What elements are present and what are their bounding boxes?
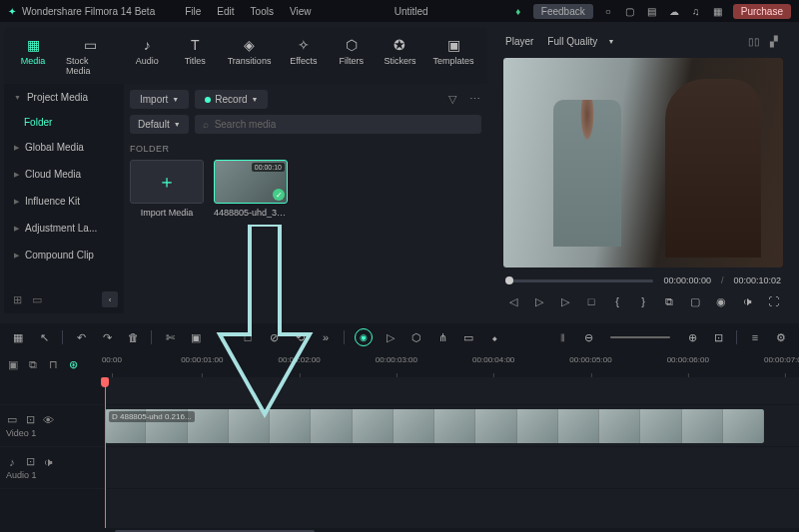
tab-effects[interactable]: ✧Effects: [281, 32, 327, 80]
save-icon[interactable]: ▤: [645, 4, 659, 18]
mic-icon[interactable]: ⋔: [434, 329, 450, 345]
tab-media[interactable]: ▦Media: [10, 32, 56, 80]
tab-audio[interactable]: ♪Audio: [124, 32, 170, 80]
camera-icon[interactable]: ◉: [713, 293, 729, 309]
filter-icon[interactable]: ▽: [445, 93, 459, 107]
mute-icon[interactable]: 🕩: [42, 456, 54, 468]
ai-play-icon[interactable]: ▷: [383, 329, 399, 345]
gift-icon[interactable]: ♦: [511, 4, 525, 18]
lock-icon[interactable]: ⊡: [24, 456, 36, 468]
pointer-icon[interactable]: ↖: [36, 329, 52, 345]
cloud-icon[interactable]: ☁: [667, 4, 681, 18]
tab-templates[interactable]: ▣Templates: [425, 32, 481, 80]
import-dropdown[interactable]: Import▼: [130, 90, 189, 109]
tracks[interactable]: D 488805-uhd 0.216...: [105, 377, 799, 528]
tab-stickers[interactable]: ✪Stickers: [377, 32, 423, 80]
tab-transitions[interactable]: ◈Transitions: [220, 32, 279, 80]
menu-edit[interactable]: Edit: [217, 6, 234, 17]
tab-titles[interactable]: TTitles: [172, 32, 218, 80]
chevron-down-icon: ▼: [14, 94, 21, 101]
redo-icon[interactable]: ↷: [99, 329, 115, 345]
sidebar-project-media[interactable]: ▼Project Media: [4, 84, 124, 111]
crop-icon[interactable]: ▣: [188, 329, 204, 345]
track-tool-1-icon[interactable]: ▣: [6, 357, 20, 371]
volume-icon[interactable]: 🕩: [739, 293, 755, 309]
player-viewport[interactable]: [503, 58, 783, 267]
circle-icon[interactable]: ○: [601, 4, 615, 18]
list-view-icon[interactable]: ≡: [747, 329, 763, 345]
stop-icon[interactable]: □: [583, 293, 599, 309]
shape-icon[interactable]: □: [240, 329, 256, 345]
headset-icon[interactable]: ♫: [689, 4, 703, 18]
mark-out-icon[interactable]: }: [635, 293, 651, 309]
collapse-sidebar-button[interactable]: ‹: [102, 291, 118, 307]
crop-player-icon[interactable]: ⧉: [661, 293, 677, 309]
text-icon[interactable]: T: [214, 329, 230, 345]
undo-icon[interactable]: ↶: [73, 329, 89, 345]
prev-frame-icon[interactable]: ◁: [505, 293, 521, 309]
sidebar-adjustment-layers[interactable]: ▶Adjustment La...: [4, 215, 124, 242]
zoom-slider[interactable]: [610, 336, 670, 338]
record-dropdown[interactable]: Record▼: [195, 90, 268, 109]
shield-icon[interactable]: ⬡: [408, 329, 424, 345]
search-input[interactable]: ⌕Search media: [195, 115, 481, 134]
zoom-fit-icon[interactable]: ⊡: [710, 329, 726, 345]
mixer-icon[interactable]: ⫴: [554, 329, 570, 345]
settings-icon[interactable]: ⚙: [773, 329, 789, 345]
rotate-icon[interactable]: ⟲: [292, 329, 308, 345]
more-icon[interactable]: ⋯: [467, 93, 481, 107]
menu-view[interactable]: View: [290, 6, 312, 17]
play-icon[interactable]: ▷: [557, 293, 573, 309]
quality-dropdown[interactable]: Full Quality▼: [547, 36, 614, 47]
snapshot-icon[interactable]: ▞: [767, 34, 781, 48]
track-tool-2-icon[interactable]: ⧉: [26, 357, 40, 371]
delete-icon[interactable]: 🗑: [125, 329, 141, 345]
sidebar-folder[interactable]: Folder: [4, 111, 124, 134]
menu-file[interactable]: File: [185, 6, 201, 17]
chevron-right-icon: ▶: [14, 144, 19, 152]
split-icon[interactable]: ✄: [162, 329, 178, 345]
audio-track-row[interactable]: [105, 447, 799, 489]
new-folder-icon[interactable]: ⊞: [10, 292, 24, 306]
tab-stock-media[interactable]: ▭Stock Media: [58, 32, 122, 80]
ai-badge-icon[interactable]: ◉: [355, 328, 373, 346]
fullscreen-icon[interactable]: ⛶: [765, 293, 781, 309]
speed-icon[interactable]: ⊘: [266, 329, 282, 345]
zoom-out-icon[interactable]: ⊖: [580, 329, 596, 345]
playhead[interactable]: [105, 377, 106, 528]
feedback-button[interactable]: Feedback: [533, 4, 593, 19]
sidebar-cloud-media[interactable]: ▶Cloud Media: [4, 161, 124, 188]
timeline-ruler[interactable]: 00:00 00:00:01:00 00:00:02:00 00:00:03:0…: [105, 351, 799, 377]
video-clip[interactable]: D 488805-uhd 0.216...: [105, 409, 764, 443]
sort-dropdown[interactable]: Default▼: [130, 115, 189, 134]
progress-slider[interactable]: [505, 279, 653, 282]
menu-tools[interactable]: Tools: [251, 6, 274, 17]
screen-icon[interactable]: ▢: [623, 4, 637, 18]
audio-track-header[interactable]: ♪⊡🕩 Audio 1: [0, 447, 105, 489]
timeline-scrollbar[interactable]: [0, 528, 799, 532]
play-backward-icon[interactable]: ▷: [531, 293, 547, 309]
marker-icon[interactable]: ⬥: [486, 329, 502, 345]
sidebar-influence-kit[interactable]: ▶Influence Kit: [4, 188, 124, 215]
select-tool-icon[interactable]: ▦: [10, 329, 26, 345]
link-icon[interactable]: ⊛: [66, 357, 80, 371]
preview-icon[interactable]: ▭: [460, 329, 476, 345]
media-clip-tile[interactable]: 00:00:10 ✓ 4488805-uhd_38...: [214, 160, 288, 218]
zoom-in-icon[interactable]: ⊕: [684, 329, 700, 345]
sidebar-global-media[interactable]: ▶Global Media: [4, 134, 124, 161]
mark-in-icon[interactable]: {: [609, 293, 625, 309]
import-media-tile[interactable]: ＋ Import Media: [130, 160, 204, 218]
compare-icon[interactable]: ▯▯: [747, 34, 761, 48]
visibility-icon[interactable]: 👁: [42, 414, 54, 426]
purchase-button[interactable]: Purchase: [733, 4, 791, 19]
snapshot-player-icon[interactable]: ▢: [687, 293, 703, 309]
more-tools-icon[interactable]: »: [318, 329, 334, 345]
lock-icon[interactable]: ⊡: [24, 414, 36, 426]
video-track-header[interactable]: ▭⊡👁 Video 1: [0, 405, 105, 447]
tab-filters[interactable]: ⬡Filters: [329, 32, 375, 80]
folder-icon[interactable]: ▭: [30, 292, 44, 306]
grid-icon[interactable]: ▦: [711, 4, 725, 18]
magnet-icon[interactable]: ⊓: [46, 357, 60, 371]
sidebar-compound-clip[interactable]: ▶Compound Clip: [4, 242, 124, 268]
video-track-row[interactable]: D 488805-uhd 0.216...: [105, 405, 799, 447]
